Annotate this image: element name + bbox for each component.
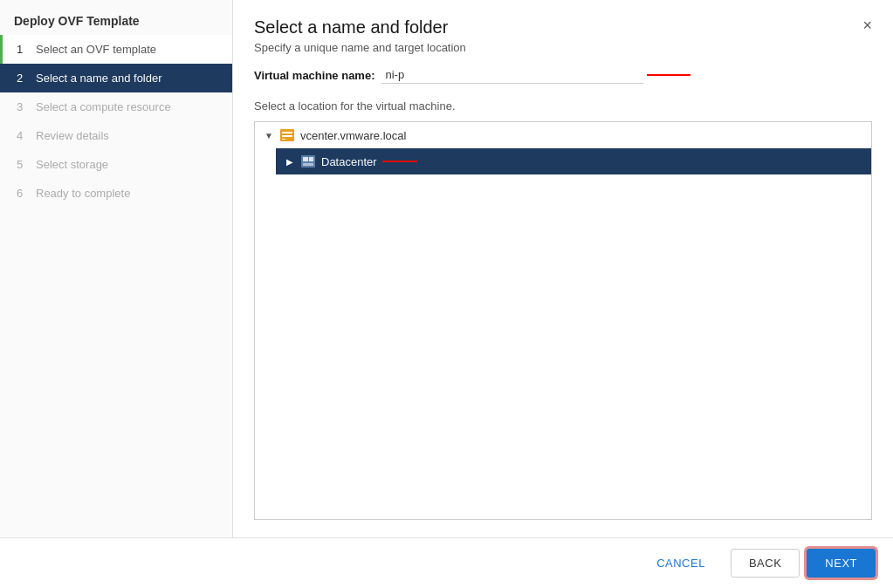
vm-name-row: Virtual machine name: xyxy=(254,66,872,84)
vm-name-label: Virtual machine name: xyxy=(254,69,374,82)
sidebar-label-6: Ready to complete xyxy=(36,187,130,200)
sidebar: Deploy OVF Template 1 Select an OVF temp… xyxy=(0,0,233,537)
sidebar-item-5: 5 Select storage xyxy=(0,150,232,179)
svg-rect-5 xyxy=(303,157,308,161)
close-button[interactable]: × xyxy=(862,17,872,33)
svg-rect-2 xyxy=(282,135,292,137)
svg-rect-7 xyxy=(303,163,313,166)
svg-rect-3 xyxy=(282,139,285,140)
next-button[interactable]: NEXT xyxy=(807,549,876,578)
section-subtitle: Specify a unique name and target locatio… xyxy=(254,41,872,54)
tree-toggle-vcenter[interactable]: ▼ xyxy=(262,128,276,142)
main-content: Select a name and folder × Specify a uni… xyxy=(233,0,893,537)
sidebar-label-4: Review details xyxy=(36,129,109,142)
step-num-4: 4 xyxy=(17,129,29,142)
sidebar-item-1[interactable]: 1 Select an OVF template xyxy=(0,35,232,64)
sidebar-label-1: Select an OVF template xyxy=(36,43,156,56)
datacenter-icon xyxy=(300,154,316,169)
datacenter-label: Datacenter xyxy=(321,155,377,168)
dialog-body: Deploy OVF Template 1 Select an OVF temp… xyxy=(0,0,893,537)
tree-container: ▼ vcenter.vmware.local ▶ xyxy=(254,121,872,520)
sidebar-title: Deploy OVF Template xyxy=(0,0,232,35)
step-num-2: 2 xyxy=(17,72,29,85)
section-title: Select a name and folder xyxy=(254,17,448,38)
sidebar-label-2: Select a name and folder xyxy=(36,72,162,85)
tree-node-vcenter[interactable]: ▼ vcenter.vmware.local xyxy=(255,122,871,148)
tree-toggle-datacenter[interactable]: ▶ xyxy=(283,154,297,168)
sidebar-label-3: Select a compute resource xyxy=(36,100,171,113)
vm-name-input[interactable] xyxy=(381,66,643,84)
cancel-button[interactable]: CANCEL xyxy=(638,549,724,578)
back-button[interactable]: BACK xyxy=(731,549,800,578)
tree-node-datacenter[interactable]: ▶ Datacenter xyxy=(276,148,871,174)
svg-rect-1 xyxy=(282,132,292,133)
location-label: Select a location for the virtual machin… xyxy=(254,99,872,113)
step-num-3: 3 xyxy=(17,100,29,113)
sidebar-label-5: Select storage xyxy=(36,158,108,171)
deploy-ovf-dialog: Deploy OVF Template 1 Select an OVF temp… xyxy=(0,0,893,588)
datacenter-annotation xyxy=(382,161,417,162)
tree-node-datacenter-wrapper: ▶ Datacenter xyxy=(255,148,871,174)
sidebar-item-6: 6 Ready to complete xyxy=(0,179,232,208)
vcenter-label: vcenter.vmware.local xyxy=(300,129,406,142)
vcenter-icon xyxy=(279,127,295,143)
vm-name-underline-annotation xyxy=(647,74,690,76)
dialog-footer: CANCEL BACK NEXT xyxy=(0,537,893,588)
sidebar-item-3: 3 Select a compute resource xyxy=(0,92,232,121)
sidebar-item-2[interactable]: 2 Select a name and folder xyxy=(0,64,232,92)
sidebar-item-4: 4 Review details xyxy=(0,121,232,150)
step-num-6: 6 xyxy=(17,187,29,200)
svg-rect-6 xyxy=(309,157,313,161)
step-num-5: 5 xyxy=(17,158,29,171)
step-num-1: 1 xyxy=(17,43,29,56)
